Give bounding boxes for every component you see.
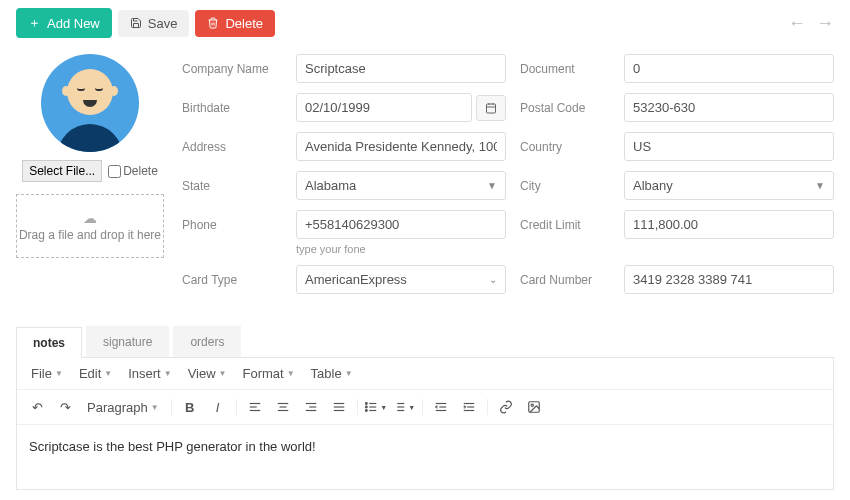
phone-input[interactable] bbox=[296, 210, 506, 239]
menu-edit[interactable]: Edit▼ bbox=[73, 364, 118, 383]
menu-file[interactable]: File▼ bbox=[25, 364, 69, 383]
city-label: City bbox=[520, 179, 610, 193]
birthdate-label: Birthdate bbox=[182, 101, 282, 115]
prev-button[interactable]: ← bbox=[788, 13, 806, 34]
rich-text-editor: File▼ Edit▼ Insert▼ View▼ Format▼ Table▼… bbox=[16, 358, 834, 490]
nav-arrows: ← → bbox=[788, 13, 834, 34]
tab-orders[interactable]: orders bbox=[173, 326, 241, 357]
card-number-input[interactable] bbox=[624, 265, 834, 294]
delete-file-option[interactable]: Delete bbox=[108, 164, 158, 178]
svg-point-18 bbox=[366, 410, 368, 412]
document-input[interactable] bbox=[624, 54, 834, 83]
save-label: Save bbox=[148, 16, 178, 31]
chevron-down-icon: ▼ bbox=[55, 369, 63, 378]
delete-file-label: Delete bbox=[123, 164, 158, 178]
main-content: Select File... Delete ☁ Drag a file and … bbox=[0, 46, 850, 310]
svg-rect-0 bbox=[487, 104, 496, 113]
chevron-down-icon: ▼ bbox=[487, 180, 497, 191]
chevron-down-icon: ▼ bbox=[408, 404, 415, 411]
calendar-button[interactable] bbox=[476, 95, 506, 121]
form-grid: Company Name Document Birthdate Postal C… bbox=[182, 54, 834, 294]
align-left-icon[interactable] bbox=[243, 396, 267, 418]
birthdate-input[interactable] bbox=[296, 93, 472, 122]
card-type-select[interactable]: AmericanExpress ⌄ bbox=[296, 265, 506, 294]
avatar-column: Select File... Delete ☁ Drag a file and … bbox=[16, 54, 164, 294]
file-row: Select File... Delete bbox=[22, 160, 158, 182]
chevron-down-icon: ▼ bbox=[345, 369, 353, 378]
toolbar: ＋ Add New Save Delete ← → bbox=[0, 0, 850, 46]
svg-point-17 bbox=[366, 406, 368, 408]
undo-icon[interactable]: ↶ bbox=[25, 396, 49, 418]
credit-limit-input[interactable] bbox=[624, 210, 834, 239]
avatar bbox=[41, 54, 139, 152]
credit-limit-label: Credit Limit bbox=[520, 218, 610, 232]
add-new-button[interactable]: ＋ Add New bbox=[16, 8, 112, 38]
chevron-down-icon: ▼ bbox=[380, 404, 387, 411]
cloud-upload-icon: ☁ bbox=[83, 210, 97, 226]
menu-format[interactable]: Format▼ bbox=[237, 364, 301, 383]
trash-icon bbox=[207, 17, 219, 29]
card-number-label: Card Number bbox=[520, 273, 610, 287]
country-label: Country bbox=[520, 140, 610, 154]
delete-file-checkbox[interactable] bbox=[108, 165, 121, 178]
address-label: Address bbox=[182, 140, 282, 154]
postal-code-input[interactable] bbox=[624, 93, 834, 122]
align-center-icon[interactable] bbox=[271, 396, 295, 418]
image-icon[interactable] bbox=[522, 396, 546, 418]
chevron-down-icon: ⌄ bbox=[489, 274, 497, 285]
menu-table[interactable]: Table▼ bbox=[305, 364, 359, 383]
company-name-label: Company Name bbox=[182, 62, 282, 76]
delete-label: Delete bbox=[225, 16, 263, 31]
state-select[interactable]: Alabama ▼ bbox=[296, 171, 506, 200]
save-icon bbox=[130, 17, 142, 29]
align-right-icon[interactable] bbox=[299, 396, 323, 418]
paragraph-select[interactable]: Paragraph▼ bbox=[81, 398, 165, 417]
tabs: notes signature orders bbox=[16, 326, 834, 358]
state-label: State bbox=[182, 179, 282, 193]
file-dropzone[interactable]: ☁ Drag a file and drop it here bbox=[16, 194, 164, 258]
phone-label: Phone bbox=[182, 218, 282, 232]
indent-icon[interactable] bbox=[457, 396, 481, 418]
dropzone-text: Drag a file and drop it here bbox=[19, 228, 161, 242]
chevron-down-icon: ▼ bbox=[287, 369, 295, 378]
menu-insert[interactable]: Insert▼ bbox=[122, 364, 177, 383]
select-file-button[interactable]: Select File... bbox=[22, 160, 102, 182]
number-list-icon[interactable]: ▼ bbox=[392, 396, 416, 418]
city-select[interactable]: Albany ▼ bbox=[624, 171, 834, 200]
tab-notes[interactable]: notes bbox=[16, 327, 82, 358]
chevron-down-icon: ▼ bbox=[219, 369, 227, 378]
save-button[interactable]: Save bbox=[118, 10, 190, 37]
document-label: Document bbox=[520, 62, 610, 76]
state-value: Alabama bbox=[305, 178, 356, 193]
editor-menu-bar: File▼ Edit▼ Insert▼ View▼ Format▼ Table▼ bbox=[17, 358, 833, 390]
editor-content[interactable]: Scriptcase is the best PHP generator in … bbox=[17, 425, 833, 489]
chevron-down-icon: ▼ bbox=[164, 369, 172, 378]
delete-button[interactable]: Delete bbox=[195, 10, 275, 37]
birthdate-wrap bbox=[296, 93, 506, 122]
country-input[interactable] bbox=[624, 132, 834, 161]
bullet-list-icon[interactable]: ▼ bbox=[364, 396, 388, 418]
menu-view[interactable]: View▼ bbox=[182, 364, 233, 383]
outdent-icon[interactable] bbox=[429, 396, 453, 418]
card-type-label: Card Type bbox=[182, 273, 282, 287]
plus-icon: ＋ bbox=[28, 14, 41, 32]
chevron-down-icon: ▼ bbox=[815, 180, 825, 191]
chevron-down-icon: ▼ bbox=[151, 403, 159, 412]
editor-toolbar: ↶ ↷ Paragraph▼ B I ▼ ▼ bbox=[17, 390, 833, 425]
link-icon[interactable] bbox=[494, 396, 518, 418]
phone-helper: type your fone bbox=[296, 243, 506, 255]
align-justify-icon[interactable] bbox=[327, 396, 351, 418]
city-value: Albany bbox=[633, 178, 673, 193]
italic-icon[interactable]: I bbox=[206, 396, 230, 418]
add-new-label: Add New bbox=[47, 16, 100, 31]
bold-icon[interactable]: B bbox=[178, 396, 202, 418]
card-type-value: AmericanExpress bbox=[305, 272, 407, 287]
company-name-input[interactable] bbox=[296, 54, 506, 83]
svg-point-32 bbox=[531, 404, 533, 406]
svg-point-16 bbox=[366, 403, 368, 405]
next-button[interactable]: → bbox=[816, 13, 834, 34]
tab-signature[interactable]: signature bbox=[86, 326, 169, 357]
address-input[interactable] bbox=[296, 132, 506, 161]
redo-icon[interactable]: ↷ bbox=[53, 396, 77, 418]
calendar-icon bbox=[485, 102, 497, 114]
